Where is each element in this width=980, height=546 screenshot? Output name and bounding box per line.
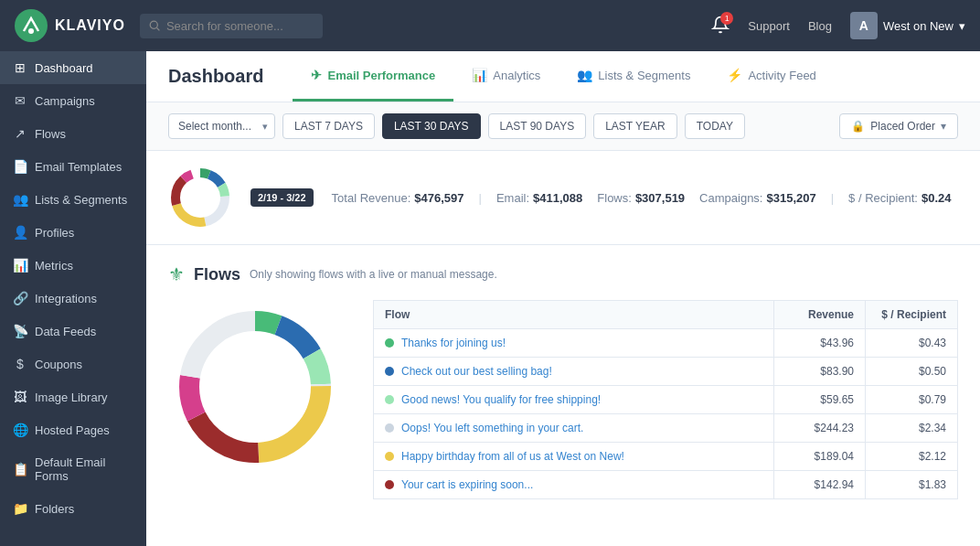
placed-order-label: Placed Order: [870, 120, 935, 133]
flows-donut-svg: [168, 300, 342, 474]
sidebar-item-integrations[interactable]: 🔗 Integrations: [0, 282, 146, 315]
flow-link[interactable]: Happy birthday from all of us at West on…: [401, 450, 624, 463]
support-link[interactable]: Support: [748, 19, 790, 33]
table-row: Oops! You left something in your cart. $…: [373, 414, 958, 443]
notification-bell[interactable]: 1: [711, 16, 730, 37]
placed-order-filter[interactable]: 🔒 Placed Order ▾: [839, 113, 958, 139]
profiles-icon: 👤: [13, 225, 27, 240]
dashboard-header: Dashboard ✈ Email Performance 📊 Analytic…: [146, 51, 980, 102]
sidebar-item-label: Folders: [35, 502, 74, 516]
search-box[interactable]: [140, 14, 323, 38]
filter-btn-30days[interactable]: LAST 30 DAYS: [382, 113, 481, 139]
date-range-badge: 2/19 - 3/22: [250, 188, 314, 207]
total-revenue-value: $476,597: [414, 191, 463, 205]
tab-lists-segments[interactable]: 👥 Lists & Segments: [559, 51, 708, 102]
recipient-stat: $ / Recipient: $0.24: [848, 191, 951, 205]
sidebar-item-data-feeds[interactable]: 📡 Data Feeds: [0, 315, 146, 348]
blog-link[interactable]: Blog: [808, 19, 832, 33]
td-revenue: $189.04: [774, 443, 866, 470]
tabs: ✈ Email Performance 📊 Analytics 👥 Lists …: [293, 51, 834, 102]
email-revenue-label: Email:: [496, 191, 529, 205]
divider2: |: [831, 191, 834, 205]
filter-btn-90days[interactable]: LAST 90 DAYS: [488, 113, 587, 139]
image-library-icon: 🖼: [13, 390, 27, 404]
td-revenue: $59.65: [774, 386, 866, 413]
flows-revenue-label: Flows:: [597, 191, 632, 205]
tab-label: Lists & Segments: [598, 69, 690, 82]
total-revenue-stat: Total Revenue: $476,597: [332, 191, 464, 205]
search-input[interactable]: [166, 19, 304, 33]
table-row: Your cart is expiring soon... $142.94 $1…: [373, 471, 958, 499]
sidebar-item-coupons[interactable]: $ Coupons: [0, 348, 146, 380]
logo-icon: [15, 9, 48, 42]
campaigns-revenue-stat: Campaigns: $315,207: [699, 191, 816, 205]
activity-tab-icon: ⚡: [727, 68, 742, 82]
sidebar-item-label: Dashboard: [35, 61, 93, 75]
table-header: Flow Revenue $ / Recipient: [373, 300, 958, 329]
flow-link[interactable]: Thanks for joining us!: [401, 337, 506, 349]
svg-point-0: [15, 9, 48, 42]
folders-icon: 📁: [13, 501, 27, 516]
sidebar-item-flows[interactable]: ↗ Flows: [0, 117, 146, 150]
user-menu[interactable]: A West on New ▾: [850, 12, 965, 39]
analytics-tab-icon: 📊: [472, 68, 487, 82]
sidebar-item-default-email-forms[interactable]: 📋 Default Email Forms: [0, 446, 146, 492]
sidebar-item-profiles[interactable]: 👤 Profiles: [0, 216, 146, 249]
sidebar-item-lists-segments[interactable]: 👥 Lists & Segments: [0, 183, 146, 216]
filter-btn-7days[interactable]: LAST 7 DAYS: [282, 113, 375, 139]
td-per-recipient: $2.12: [866, 443, 957, 470]
hosted-pages-icon: 🌐: [13, 423, 27, 437]
lock-icon: 🔒: [851, 120, 865, 133]
sidebar-item-label: Image Library: [35, 391, 107, 404]
flow-link[interactable]: Your cart is expiring soon...: [401, 478, 533, 491]
month-select[interactable]: Select month...: [168, 113, 275, 139]
flow-dot: [385, 423, 394, 433]
revenue-stats: Total Revenue: $476,597 | Email: $411,08…: [332, 191, 958, 205]
sidebar-item-image-library[interactable]: 🖼 Image Library: [0, 380, 146, 413]
svg-point-20: [202, 334, 308, 440]
donut-chart-small: [168, 166, 232, 230]
td-flow-name: Your cart is expiring soon...: [374, 471, 774, 498]
flow-link[interactable]: Good news! You qualify for free shipping…: [401, 393, 601, 406]
flows-header: ⚜ Flows Only showing flows with a live o…: [168, 263, 958, 285]
sidebar-item-label: Integrations: [35, 292, 97, 305]
filter-btn-today[interactable]: TODAY: [685, 113, 745, 139]
flow-link[interactable]: Oops! You left something in your cart.: [401, 422, 583, 434]
placed-order-dropdown-icon: ▾: [941, 120, 946, 133]
td-flow-name: Good news! You qualify for free shipping…: [374, 386, 774, 413]
sidebar-item-campaigns[interactable]: ✉ Campaigns: [0, 84, 146, 117]
flows-icon: ↗: [13, 126, 27, 141]
svg-point-11: [182, 179, 218, 216]
tab-analytics[interactable]: 📊 Analytics: [453, 51, 559, 102]
sidebar-item-email-templates[interactable]: 📄 Email Templates: [0, 150, 146, 183]
sidebar-item-dashboard[interactable]: ⊞ Dashboard: [0, 51, 146, 84]
svg-point-2: [150, 21, 157, 28]
metrics-icon: 📊: [13, 258, 27, 273]
sidebar-item-label: Email Templates: [35, 160, 122, 174]
flow-dot: [385, 395, 394, 404]
sidebar-item-folders[interactable]: 📁 Folders: [0, 492, 146, 525]
recipient-label: $ / Recipient:: [848, 191, 918, 205]
flows-revenue-stat: Flows: $307,519: [597, 191, 685, 205]
flows-content: Flow Revenue $ / Recipient Thanks for jo…: [168, 300, 958, 499]
campaigns-revenue-value: $315,207: [766, 191, 815, 205]
filter-btn-year[interactable]: LAST YEAR: [593, 113, 677, 139]
user-name: West on New: [883, 19, 953, 33]
flows-section-subtitle: Only showing flows with a live or manual…: [250, 268, 497, 281]
divider1: |: [479, 191, 482, 205]
campaigns-revenue-label: Campaigns:: [699, 191, 762, 205]
sidebar-item-label: Hosted Pages: [35, 423, 110, 437]
flow-link[interactable]: Check out our best selling bag!: [401, 365, 552, 378]
sidebar-item-hosted-pages[interactable]: 🌐 Hosted Pages: [0, 413, 146, 446]
td-per-recipient: $1.83: [866, 471, 957, 498]
th-per-recipient: $ / Recipient: [866, 301, 957, 328]
topnav: KLAVIYO 1 Support Blog A West on New ▾: [0, 0, 980, 51]
coupons-icon: $: [13, 357, 27, 371]
default-email-forms-icon: 📋: [13, 462, 27, 476]
flow-dot: [385, 338, 394, 348]
sidebar-item-metrics[interactable]: 📊 Metrics: [0, 249, 146, 282]
page-title: Dashboard: [168, 66, 263, 87]
logo-text: KLAVIYO: [55, 17, 125, 34]
tab-email-performance[interactable]: ✈ Email Performance: [293, 51, 453, 102]
tab-activity-feed[interactable]: ⚡ Activity Feed: [708, 51, 834, 102]
